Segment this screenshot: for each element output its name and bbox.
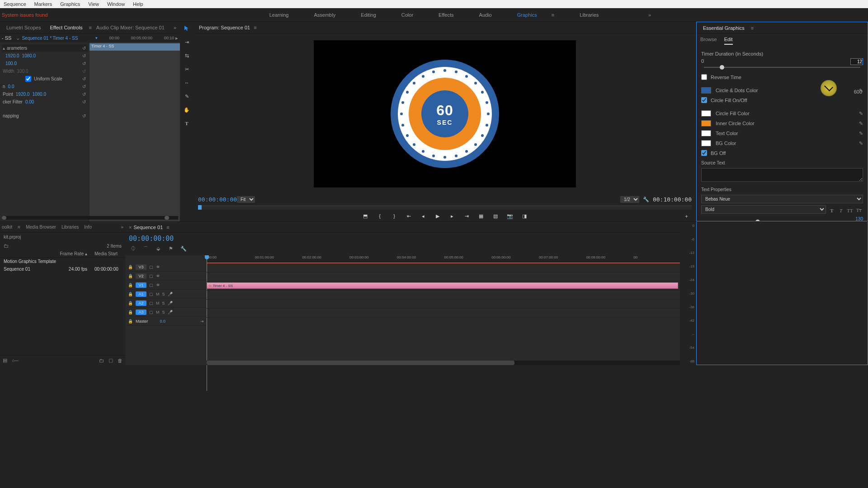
timeline-scrollbar[interactable]	[207, 361, 680, 365]
tl-wrench-icon[interactable]: 🔧	[179, 244, 188, 253]
lock-icon[interactable]: 🔒	[128, 283, 133, 287]
solo-icon[interactable]: S	[162, 301, 165, 305]
faux-bold-icon[interactable]: T	[828, 207, 836, 214]
timeline-tc[interactable]: 00:00:00:00	[129, 235, 174, 243]
project-item[interactable]: Sequence 01 24.00 fps 00:00:00:00	[0, 265, 125, 273]
lock-icon[interactable]: 🔒	[128, 310, 133, 314]
eyedropper-icon[interactable]: ✎	[859, 121, 863, 127]
ec-clip-name[interactable]: Sequence 01 * Timer 4 - SS	[22, 36, 78, 41]
eyedropper-icon[interactable]: ✎	[859, 131, 863, 136]
panel-menu-icon[interactable]: ≡	[166, 225, 169, 230]
selection-tool-icon[interactable]	[183, 24, 191, 33]
duration-input[interactable]	[850, 58, 863, 65]
menu-help[interactable]: Help	[133, 1, 143, 7]
menu-markers[interactable]: Markers	[34, 1, 52, 7]
reset-icon[interactable]: ↺	[82, 76, 86, 81]
toggle-output-icon[interactable]: ▢	[149, 265, 153, 269]
ec-value[interactable]: 1080.0	[22, 53, 36, 58]
eyedropper-icon[interactable]: ✎	[859, 111, 863, 117]
tab-audio-clip-mixer[interactable]: Audio Clip Mixer: Sequence 01	[92, 25, 169, 30]
eyedropper-icon[interactable]: ✎	[859, 141, 863, 146]
timeline-tracks[interactable]: 00:0000:01:00:0000:02:00:0000:03:00:0000…	[207, 255, 680, 365]
solo-icon[interactable]: S	[162, 292, 165, 296]
type-tool-icon[interactable]: T	[183, 119, 191, 127]
lock-icon[interactable]: 🔒	[128, 301, 133, 305]
toggle-output-icon[interactable]: ▢	[149, 283, 153, 287]
lock-icon[interactable]: 🔒	[128, 319, 133, 324]
comparison-icon[interactable]: ◨	[521, 212, 528, 220]
source-text-input[interactable]	[701, 168, 863, 182]
timeline-sequence-name[interactable]: Sequence 01	[133, 225, 163, 230]
new-item-icon[interactable]: ▢	[108, 357, 113, 363]
workspace-libraries[interactable]: Libraries	[580, 12, 599, 18]
export-frame-icon[interactable]: 📷	[506, 212, 514, 220]
system-issues-link[interactable]: System issues found	[2, 12, 48, 18]
menu-window[interactable]: Window	[107, 1, 125, 7]
workspace-effects[interactable]: Effects	[439, 12, 453, 18]
chevron-down-icon[interactable]: ⌄	[16, 35, 20, 41]
eye-icon[interactable]: 👁	[156, 265, 160, 269]
mute-icon[interactable]: M	[156, 292, 160, 296]
step-back-icon[interactable]: ◂	[420, 212, 427, 220]
tab-effect-controls[interactable]: Effect Controls	[45, 25, 87, 30]
track-v1[interactable]: V1	[136, 282, 146, 288]
reset-icon[interactable]: ↺	[82, 92, 86, 97]
clear-icon[interactable]: 🗑	[118, 358, 123, 363]
eg-browse-tab[interactable]: Browse	[700, 37, 717, 45]
toggle-output-icon[interactable]: ▢	[149, 301, 153, 305]
panel-menu-icon[interactable]: ≡	[751, 25, 754, 31]
uniform-scale-checkbox[interactable]	[25, 76, 31, 82]
tab-toolkit[interactable]: oolkit	[2, 225, 12, 230]
bracket-out-icon[interactable]: }	[391, 212, 398, 220]
col-mediastart[interactable]: Media Start	[94, 251, 122, 256]
tab-essential-graphics[interactable]: Essential Graphics	[698, 25, 749, 31]
ec-value[interactable]: 1920.0	[5, 53, 19, 58]
bg-color-swatch[interactable]	[701, 140, 711, 146]
extract-icon[interactable]: ▧	[492, 212, 499, 220]
lock-icon[interactable]: 🔒	[128, 274, 133, 278]
mute-icon[interactable]: M	[156, 301, 160, 305]
program-playhead[interactable]	[198, 205, 202, 210]
font-style-select[interactable]: Bold	[701, 205, 826, 214]
tabs-overflow-icon[interactable]: »	[174, 25, 176, 30]
reset-icon[interactable]: ↺	[82, 69, 86, 74]
program-ruler[interactable]	[198, 206, 692, 210]
ec-value[interactable]: 1920.0	[16, 92, 30, 97]
track-a3[interactable]: A3	[136, 310, 146, 315]
ec-playhead-handle[interactable]: ▾	[95, 36, 98, 40]
mark-in-icon[interactable]: ⬒	[362, 212, 369, 220]
tab-media-browser[interactable]: Media Browser	[26, 225, 56, 230]
pen-tool-icon[interactable]: ✎	[183, 92, 191, 100]
toggle-output-icon[interactable]: ▢	[149, 274, 153, 278]
tabs-overflow-icon[interactable]: »	[121, 225, 123, 230]
reset-icon[interactable]: ↺	[82, 53, 86, 58]
panel-menu-icon[interactable]: ≡	[18, 225, 20, 230]
ec-value[interactable]: 1080.0	[32, 92, 46, 97]
faux-italic-icon[interactable]: T	[837, 207, 845, 214]
ec-value[interactable]: 100.0	[5, 61, 17, 66]
solo-icon[interactable]: S	[162, 310, 165, 314]
reset-icon[interactable]: ↺	[82, 46, 86, 51]
reset-icon[interactable]: ↺	[82, 84, 86, 89]
reset-icon[interactable]: ↺	[82, 61, 86, 66]
eye-icon[interactable]: 👁	[156, 283, 160, 287]
bin-icon[interactable]: 🗀	[4, 243, 9, 249]
step-forward-icon[interactable]: ▸	[448, 212, 456, 220]
circle-dots-swatch[interactable]	[701, 87, 711, 94]
zoom-fit-select[interactable]: Fit	[237, 196, 255, 203]
timeline-clip[interactable]: fx Timer 4 - SS	[207, 282, 678, 289]
program-tc-current[interactable]: 00:00:00:00	[198, 196, 237, 203]
workspace-overflow-icon[interactable]: »	[648, 12, 651, 18]
col-framerate[interactable]: Frame Rate ▴	[4, 251, 94, 256]
tl-linked-icon[interactable]: ⌒	[142, 244, 150, 253]
ec-value[interactable]: 0.00	[25, 99, 34, 104]
reset-icon[interactable]: ↺	[82, 99, 86, 104]
workspace-graphics[interactable]: Graphics	[517, 12, 537, 18]
duration-slider[interactable]	[704, 67, 860, 68]
ec-value[interactable]: 0.0	[8, 84, 14, 89]
ec-scrollbar[interactable]	[2, 216, 178, 220]
workspace-menu-icon[interactable]: ≡	[552, 12, 554, 18]
program-video-area[interactable]: 60 SEC	[193, 33, 696, 194]
menu-sequence[interactable]: Sequence	[4, 1, 26, 7]
inner-circle-swatch[interactable]	[701, 120, 711, 127]
